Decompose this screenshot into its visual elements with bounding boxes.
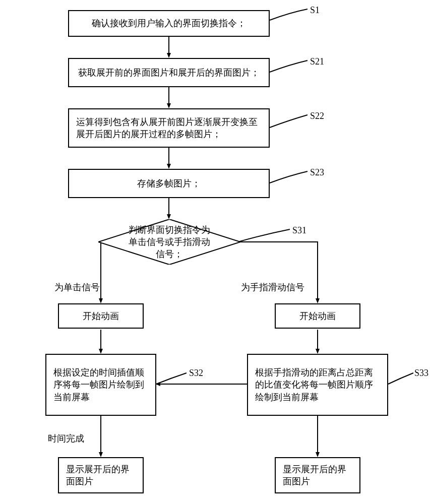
- decision-s31-text: 判断界面切换指令为单击信号或手指滑动信号；: [98, 219, 240, 265]
- label-s21: S21: [310, 55, 324, 68]
- step-s22-text: 运算得到包含有从展开前图片逐渐展开变换至展开后图片的展开过程的多帧图片；: [76, 116, 262, 141]
- label-s22: S22: [310, 110, 324, 122]
- step-s23-text: 存储多帧图片；: [137, 177, 201, 190]
- label-s33: S33: [414, 367, 428, 379]
- step-s1: 确认接收到用户输入的界面切换指令；: [68, 10, 270, 37]
- left-start-animation-text: 开始动画: [83, 310, 119, 322]
- decision-s31: 判断界面切换指令为单击信号或手指滑动信号；: [98, 219, 240, 265]
- right-final: 显示展开后的界面图片: [275, 457, 360, 493]
- left-final-text: 显示展开后的界面图片: [66, 463, 136, 488]
- branch-left-label: 为单击信号: [54, 281, 100, 293]
- label-s1: S1: [310, 4, 320, 16]
- step-s23: 存储多帧图片；: [68, 169, 270, 198]
- right-start-animation: 开始动画: [275, 303, 360, 329]
- label-s23: S23: [310, 166, 324, 178]
- right-final-text: 显示展开后的界面图片: [283, 463, 352, 488]
- branch-right-label: 为手指滑动信号: [241, 281, 304, 293]
- left-final: 显示展开后的界面图片: [58, 457, 144, 493]
- step-s32: 根据设定的时间插值顺序将每一帧图片绘制到当前屏幕: [45, 354, 156, 416]
- step-s1-text: 确认接收到用户输入的界面切换指令；: [92, 17, 246, 29]
- label-s31: S31: [292, 224, 306, 236]
- time-done-label: 时间完成: [48, 432, 84, 445]
- step-s21-text: 获取展开前的界面图片和展开后的界面图片；: [78, 67, 260, 79]
- step-s22: 运算得到包含有从展开前图片逐渐展开变换至展开后图片的展开过程的多帧图片；: [68, 108, 270, 148]
- flowchart-canvas: 确认接收到用户输入的界面切换指令； S1 获取展开前的界面图片和展开后的界面图片…: [0, 0, 430, 504]
- left-start-animation: 开始动画: [58, 303, 144, 329]
- step-s33-text: 根据手指滑动的距离占总距离的比值变化将每一帧图片顺序绘制到当前屏幕: [255, 366, 380, 403]
- step-s32-text: 根据设定的时间插值顺序将每一帧图片绘制到当前屏幕: [53, 366, 148, 403]
- step-s33: 根据手指滑动的距离占总距离的比值变化将每一帧图片顺序绘制到当前屏幕: [247, 354, 388, 416]
- right-start-animation-text: 开始动画: [299, 310, 336, 322]
- label-s32: S32: [189, 367, 203, 379]
- step-s21: 获取展开前的界面图片和展开后的界面图片；: [68, 58, 270, 87]
